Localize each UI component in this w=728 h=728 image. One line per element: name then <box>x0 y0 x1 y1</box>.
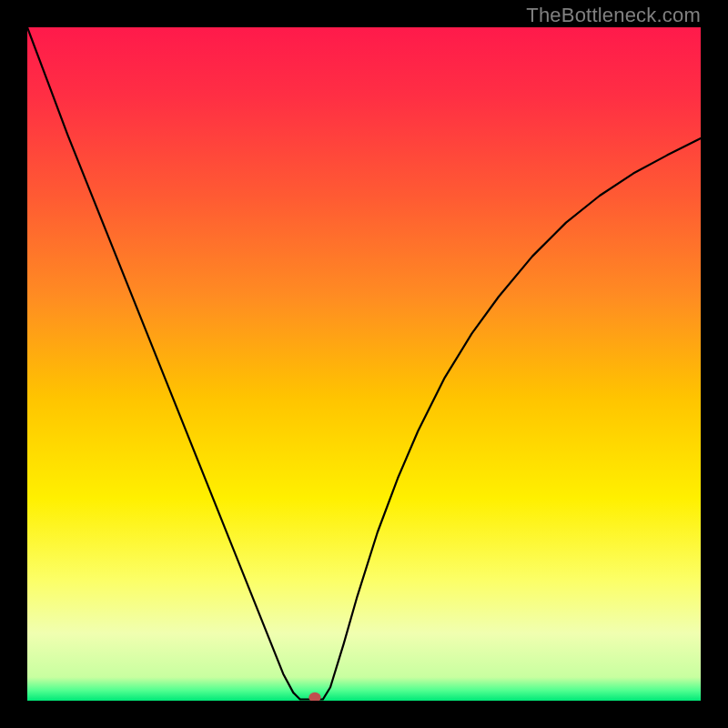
chart-frame: TheBottleneck.com <box>0 0 728 728</box>
plot-area <box>27 27 701 701</box>
chart-svg <box>27 27 701 701</box>
gradient-background <box>27 27 701 701</box>
watermark-text: TheBottleneck.com <box>526 4 701 27</box>
